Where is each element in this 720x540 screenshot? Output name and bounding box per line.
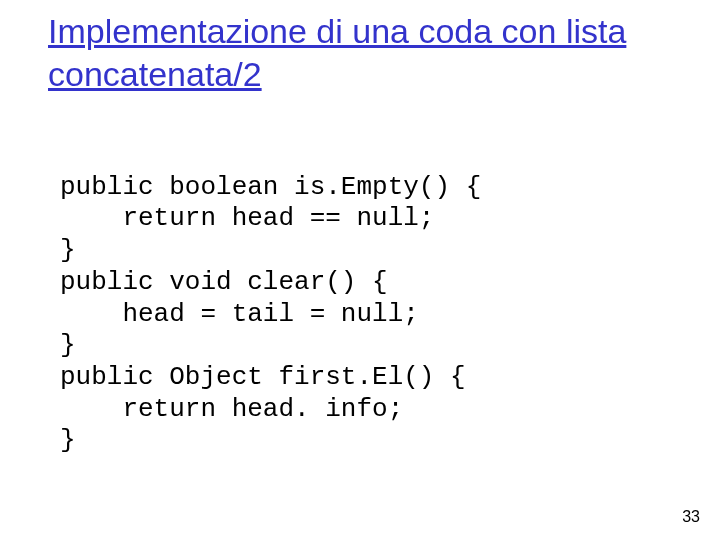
code-line: public Object first.El() {	[60, 362, 466, 392]
slide: Implementazione di una coda con lista co…	[0, 0, 720, 540]
code-block: public boolean is.Empty() { return head …	[60, 140, 660, 457]
code-line: return head == null;	[60, 203, 434, 233]
code-line: }	[60, 330, 76, 360]
code-line: public void clear() {	[60, 267, 388, 297]
slide-title: Implementazione di una coda con lista co…	[48, 10, 668, 95]
code-line: public boolean is.Empty() {	[60, 172, 481, 202]
code-line: }	[60, 235, 76, 265]
code-line: return head. info;	[60, 394, 403, 424]
code-line: head = tail = null;	[60, 299, 419, 329]
code-line: }	[60, 425, 76, 455]
page-number: 33	[682, 508, 700, 526]
